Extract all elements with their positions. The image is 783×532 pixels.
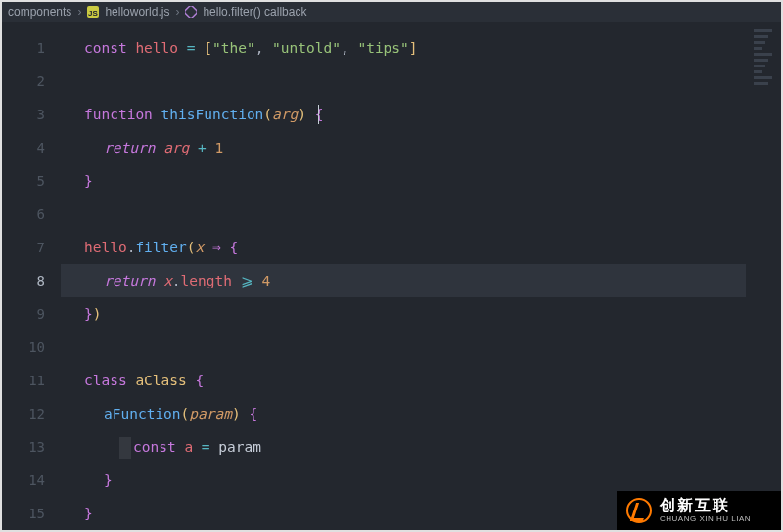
line-number: 9 [2, 297, 61, 331]
line-number: 10 [2, 331, 61, 364]
line-number: 7 [2, 231, 61, 264]
code-line[interactable] [61, 65, 781, 98]
code-line[interactable]: function thisFunction(arg) { [61, 98, 781, 131]
breadcrumb-symbol[interactable]: hello.filter() callback [203, 5, 306, 19]
breadcrumb-folder[interactable]: components [8, 5, 71, 19]
svg-rect-2 [185, 6, 197, 18]
code-line[interactable]: const a = param [61, 430, 781, 464]
code-area[interactable]: const hello = ["the", "untold", "tips"] … [61, 22, 781, 530]
code-line[interactable]: return arg + 1 [61, 131, 781, 164]
line-number: 5 [2, 164, 61, 198]
watermark-badge: 创新互联 CHUANG XIN HU LIAN [617, 491, 781, 530]
line-number: 1 [2, 31, 61, 65]
breadcrumb[interactable]: components › JS helloworld.js › hello.fi… [2, 2, 781, 22]
code-line-current[interactable]: return x.length ⩾ 4 [61, 264, 746, 297]
breadcrumb-file[interactable]: helloworld.js [105, 5, 169, 19]
code-line[interactable] [61, 331, 781, 364]
text-cursor [318, 105, 319, 124]
line-number: 2 [2, 65, 61, 98]
watermark-text-cn: 创新互联 [660, 498, 751, 513]
method-icon [185, 6, 197, 18]
code-line[interactable]: }) [61, 297, 781, 331]
inline-selection [119, 437, 131, 459]
watermark-text-en: CHUANG XIN HU LIAN [660, 515, 751, 523]
code-line[interactable]: class aClass { [61, 364, 781, 397]
watermark-logo-icon [626, 498, 652, 523]
js-file-icon: JS [87, 6, 99, 18]
line-number: 12 [2, 397, 61, 430]
line-number-current: 8 [2, 264, 61, 297]
chevron-right-icon: › [77, 5, 81, 19]
line-number: 14 [2, 464, 61, 497]
code-line[interactable]: aFunction(param) { [61, 397, 781, 430]
editor-window: components › JS helloworld.js › hello.fi… [0, 0, 783, 532]
chevron-right-icon: › [175, 5, 179, 19]
code-line[interactable] [61, 198, 781, 231]
code-line[interactable]: hello.filter(x ⇒ { [61, 231, 781, 264]
line-number: 6 [2, 198, 61, 231]
line-number: 11 [2, 364, 61, 397]
svg-text:JS: JS [88, 9, 98, 18]
line-number: 15 [2, 497, 61, 530]
code-editor[interactable]: 1 2 3 4 5 6 7 8 9 10 11 12 13 14 15 cons… [2, 22, 781, 530]
code-line[interactable]: } [61, 164, 781, 198]
line-number-gutter: 1 2 3 4 5 6 7 8 9 10 11 12 13 14 15 [2, 22, 61, 530]
line-number: 3 [2, 98, 61, 131]
code-line[interactable]: const hello = ["the", "untold", "tips"] [61, 31, 781, 65]
line-number: 13 [2, 430, 61, 464]
line-number: 4 [2, 131, 61, 164]
